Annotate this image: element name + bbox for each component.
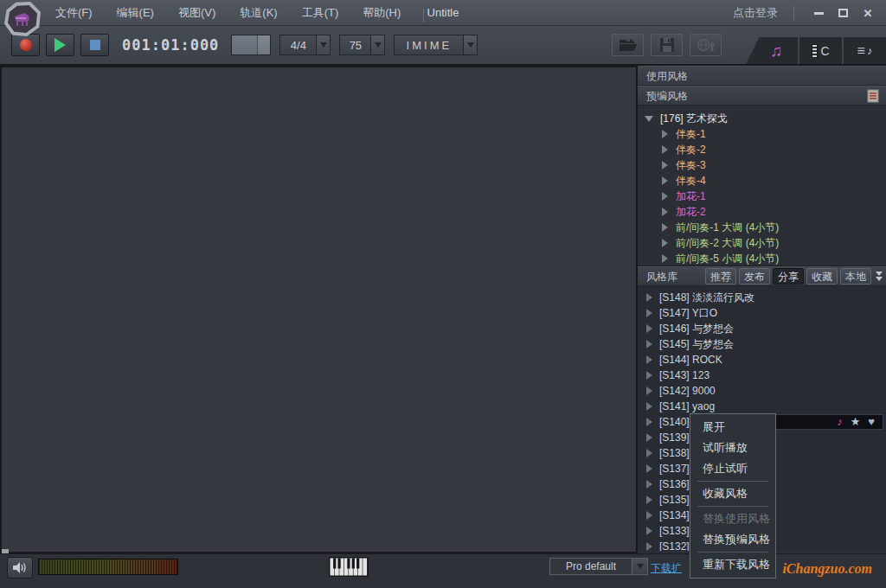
document-icon[interactable] [867,89,879,109]
library-tab-本地[interactable]: 本地 [840,268,871,284]
expand-triangle-icon[interactable] [646,511,652,520]
library-tab-收藏[interactable]: 收藏 [806,268,838,284]
ime-dropdown-arrow[interactable] [463,35,478,55]
tree-item[interactable]: 加花-2 [638,204,886,220]
stop-button[interactable] [80,34,109,56]
meter-dropdown-arrow[interactable] [316,35,331,55]
play-button[interactable] [46,34,74,56]
library-list-item[interactable]: [S143] 123 [638,368,886,383]
upload-button[interactable] [690,34,722,56]
tree-item[interactable]: 加花-1 [638,189,886,204]
expand-triangle-icon[interactable] [646,418,652,426]
expand-triangle-icon[interactable] [646,449,652,457]
expand-triangle-icon[interactable] [646,464,652,473]
collapse-triangle-icon[interactable] [645,116,653,122]
expand-triangle-icon[interactable] [662,254,668,263]
login-link[interactable]: 点击登录 [733,5,778,21]
open-file-button[interactable] [612,34,644,56]
double-down-arrow-icon[interactable] [876,272,883,282]
download-extension-link[interactable]: 下载扩 [651,561,682,576]
tree-item[interactable]: 前/间奏-1 大调 (4小节) [638,220,886,235]
volume-button[interactable] [7,557,33,578]
tree-item-label: 伴奏-4 [676,174,706,189]
context-menu-item-展开[interactable]: 展开 [690,417,775,438]
save-button[interactable] [651,34,683,56]
menu-工具[interactable]: 工具(T) [290,0,351,25]
library-item-label: [S148] 淡淡流行风改 [659,291,754,305]
expand-triangle-icon[interactable] [646,495,652,504]
context-menu-item-重新下载风格[interactable]: 重新下载风格 [690,554,775,575]
expand-triangle-icon[interactable] [646,324,652,333]
library-list-item[interactable]: [S141] yaog [638,399,886,414]
tree-item[interactable]: 前/间奏-2 大调 (4小节) [638,235,886,251]
app-logo-icon[interactable] [4,2,41,36]
library-list-item[interactable]: [S142] 9000 [638,383,886,399]
expand-triangle-icon[interactable] [662,161,668,169]
library-list-item[interactable]: [S146] 与梦想会 [638,321,886,336]
expand-triangle-icon[interactable] [646,371,652,380]
expand-triangle-icon[interactable] [662,192,668,201]
tab-style-notes[interactable]: ♫ [746,37,798,64]
library-list-item[interactable]: [S144] ROCK [638,352,886,368]
expand-triangle-icon[interactable] [646,340,652,348]
key-signature-box[interactable] [231,35,271,55]
maximize-button[interactable] [832,4,855,22]
expand-triangle-icon[interactable] [662,223,668,232]
tree-item[interactable]: 伴奏-2 [638,142,886,157]
expand-triangle-icon[interactable] [662,239,668,247]
star-icon[interactable]: ★ [851,415,861,429]
menu-帮助[interactable]: 帮助(H) [350,0,413,25]
context-menu-item-试听播放[interactable]: 试听播放 [690,438,775,458]
library-tab-分享[interactable]: 分享 [773,268,804,284]
context-menu-item-停止试听[interactable]: 停止试听 [690,458,775,479]
expand-triangle-icon[interactable] [662,176,668,185]
expand-triangle-icon[interactable] [662,208,668,216]
record-button[interactable] [11,34,40,56]
library-tab-发布[interactable]: 发布 [739,268,770,284]
expand-triangle-icon[interactable] [646,542,652,551]
tree-root[interactable]: [176] 艺术探戈 [638,111,886,126]
expand-triangle-icon[interactable] [662,145,668,154]
tempo-dropdown-arrow[interactable] [370,35,385,55]
menu-编辑[interactable]: 编辑(E) [105,0,166,25]
time-display: 001:01:000 [122,36,219,54]
expand-triangle-icon[interactable] [646,387,652,395]
expand-triangle-icon[interactable] [646,527,652,535]
library-tab-推荐[interactable]: 推荐 [705,268,736,284]
meter-combo[interactable]: 4/4 [279,35,331,55]
expand-triangle-icon[interactable] [646,402,652,411]
menu-separator [697,481,768,482]
ime-combo[interactable]: IMIME [394,35,478,55]
expand-triangle-icon[interactable] [646,309,652,317]
tree-item[interactable]: 伴奏-4 [638,173,886,189]
preset-selector[interactable]: Pro default [549,558,648,575]
expand-triangle-icon[interactable] [646,293,652,302]
tree-item[interactable]: 前/间奏-5 小调 (4小节) [638,251,886,266]
open-folder-icon [619,38,638,52]
menu-轨道[interactable]: 轨道(K) [228,0,289,25]
arrange-canvas[interactable] [0,66,638,553]
tree-item[interactable]: 伴奏-1 [638,126,886,142]
menu-视图[interactable]: 视图(V) [166,0,228,25]
tempo-combo[interactable]: 75 [339,35,385,55]
context-menu-item-收藏风格[interactable]: 收藏风格 [690,483,775,504]
menu-文件[interactable]: 文件(F) [43,0,105,25]
close-button[interactable]: ✕ [857,4,879,22]
use-style-header-label: 使用风格 [646,70,688,82]
tab-chord-roll[interactable]: C [799,37,842,64]
music-note-icon[interactable]: ♪ [837,415,843,429]
expand-triangle-icon[interactable] [662,130,668,138]
preset-selector-arrow[interactable] [632,559,647,574]
tree-item[interactable]: 伴奏-3 [638,157,886,173]
expand-triangle-icon[interactable] [646,433,652,442]
heart-icon[interactable]: ♥ [868,415,875,429]
minimize-button[interactable] [808,4,831,22]
expand-triangle-icon[interactable] [646,355,652,364]
context-menu-item-替换预编风格[interactable]: 替换预编风格 [690,529,775,550]
library-list-item[interactable]: [S147] Y口O [638,305,886,321]
tab-playlist[interactable]: ≡ ♪ [844,37,886,64]
library-list-item[interactable]: [S145] 与梦想会 [638,336,886,352]
library-list-item[interactable]: [S148] 淡淡流行风改 [638,290,886,305]
expand-triangle-icon[interactable] [646,480,652,489]
library-item-label: [S132] [659,540,690,551]
